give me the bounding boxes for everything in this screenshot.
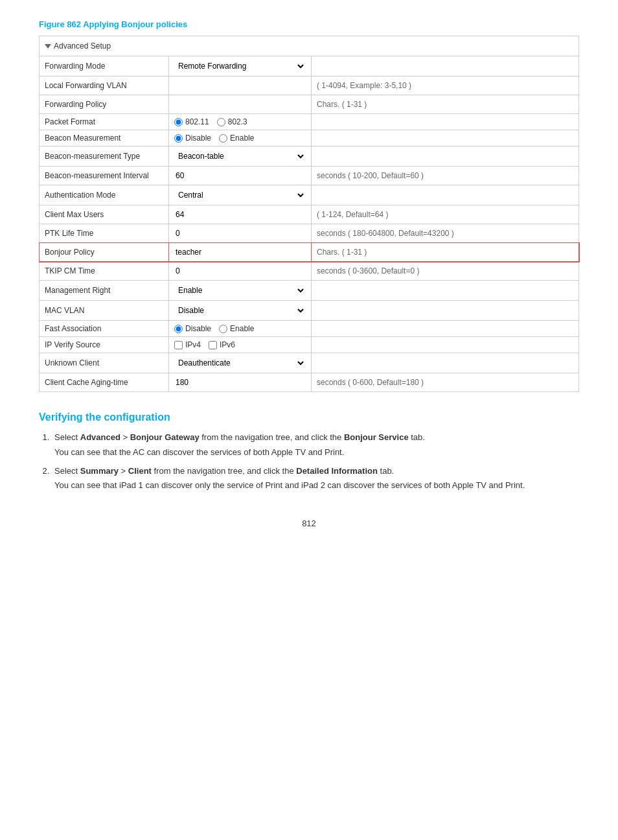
row-hint-beacon-interval: seconds ( 10-200, Default=60 ): [312, 167, 579, 185]
row-hint-beacon-type: [312, 146, 579, 167]
row-input-ptk-life[interactable]: [169, 224, 312, 243]
row-hint-local-vlan: ( 1-4094, Example: 3-5,10 ): [312, 76, 579, 95]
row-hint-unknown-client: [312, 353, 579, 373]
table-row: Local Forwarding VLAN ( 1-4094, Example:…: [40, 76, 579, 95]
table-row: Authentication Mode Central Local: [40, 185, 579, 205]
step2-text: Select Summary > Client from the navigat…: [54, 466, 394, 476]
table-row: Beacon-measurement Interval seconds ( 10…: [40, 167, 579, 185]
tkip-cm-input[interactable]: [174, 265, 306, 277]
row-hint-mgmt-right: [312, 281, 579, 301]
row-label-beacon-type: Beacon-measurement Type: [40, 146, 169, 167]
step1-bold2: Bonjour Gateway: [130, 432, 200, 442]
unknown-client-select[interactable]: Deauthenticate Allow: [174, 356, 306, 369]
beacon-interval-input[interactable]: [174, 170, 306, 181]
table-row: Fast Association Disable Enable: [40, 321, 579, 337]
table-row: Beacon-measurement Type Beacon-table Act…: [40, 146, 579, 167]
fast-assoc-enable-radio[interactable]: [219, 325, 227, 333]
step2-sub: You can see that iPad 1 can discover onl…: [54, 479, 579, 493]
row-input-forwarding-mode[interactable]: Remote Forwarding Local Forwarding: [169, 56, 312, 76]
forwarding-policy-input[interactable]: [174, 99, 306, 110]
config-table: Advanced Setup Forwarding Mode Remote Fo…: [39, 36, 579, 392]
mac-vlan-select[interactable]: Disable Enable: [174, 304, 306, 317]
table-row: Packet Format 802.11 802.3: [40, 114, 579, 130]
row-hint-fast-assoc: [312, 321, 579, 337]
row-input-beacon-type[interactable]: Beacon-table Active Passive: [169, 146, 312, 167]
ip-verify-ipv4-label[interactable]: IPv4: [174, 340, 201, 349]
verifying-step-1: Select Advanced > Bonjour Gateway from t…: [52, 431, 579, 460]
step1-bold3: Bonjour Service: [344, 432, 409, 442]
row-label-mgmt-right: Management Right: [40, 281, 169, 301]
row-label-local-vlan: Local Forwarding VLAN: [40, 76, 169, 95]
fast-assoc-disable-label[interactable]: Disable: [174, 324, 211, 333]
table-row: Client Cache Aging-time seconds ( 0-600,…: [40, 373, 579, 392]
packet-format-802-3-radio[interactable]: [217, 118, 225, 126]
row-label-ptk-life: PTK Life Time: [40, 224, 169, 243]
client-max-input[interactable]: [174, 209, 306, 220]
client-cache-input[interactable]: [174, 377, 306, 388]
step2-bold1: Summary: [80, 466, 119, 476]
packet-format-802-11-label[interactable]: 802.11: [174, 117, 209, 126]
table-row: Forwarding Policy Chars. ( 1-31 ): [40, 95, 579, 114]
verifying-section: Verifying the configuration Select Advan…: [39, 412, 579, 493]
row-input-fast-assoc[interactable]: Disable Enable: [169, 321, 312, 337]
triangle-down-icon: [45, 44, 51, 49]
row-input-packet-format[interactable]: 802.11 802.3: [169, 114, 312, 130]
beacon-measurement-radio-group[interactable]: Disable Enable: [174, 134, 306, 143]
row-label-unknown-client: Unknown Client: [40, 353, 169, 373]
row-input-client-cache[interactable]: [169, 373, 312, 392]
fast-assoc-enable-label[interactable]: Enable: [219, 324, 254, 333]
beacon-type-select[interactable]: Beacon-table Active Passive: [174, 150, 306, 163]
fast-assoc-disable-radio[interactable]: [174, 325, 183, 333]
ip-verify-ipv6-label[interactable]: IPv6: [209, 340, 235, 349]
advanced-setup-header-row: Advanced Setup: [40, 36, 579, 56]
row-input-bonjour-policy[interactable]: [169, 243, 312, 262]
row-hint-packet-format: [312, 114, 579, 130]
row-hint-forwarding-policy: Chars. ( 1-31 ): [312, 95, 579, 114]
advanced-setup-header: Advanced Setup: [45, 39, 573, 53]
fast-assoc-radio-group[interactable]: Disable Enable: [174, 324, 306, 333]
row-input-beacon-measurement[interactable]: Disable Enable: [169, 130, 312, 146]
ptk-life-input[interactable]: [174, 228, 306, 239]
row-input-ip-verify[interactable]: IPv4 IPv6: [169, 337, 312, 353]
row-hint-client-cache: seconds ( 0-600, Default=180 ): [312, 373, 579, 392]
advanced-setup-label: Advanced Setup: [54, 41, 111, 51]
table-row: Client Max Users ( 1-124, Default=64 ): [40, 205, 579, 224]
verifying-heading: Verifying the configuration: [39, 412, 579, 423]
ip-verify-checkbox-group[interactable]: IPv4 IPv6: [174, 340, 306, 349]
packet-format-802-3-label[interactable]: 802.3: [217, 117, 247, 126]
beacon-disable-label[interactable]: Disable: [174, 134, 211, 143]
beacon-enable-radio[interactable]: [219, 134, 227, 143]
local-vlan-input[interactable]: [174, 80, 306, 91]
packet-format-radio-group[interactable]: 802.11 802.3: [174, 117, 306, 126]
auth-mode-select[interactable]: Central Local: [174, 189, 306, 202]
row-label-client-cache: Client Cache Aging-time: [40, 373, 169, 392]
row-input-beacon-interval[interactable]: [169, 167, 312, 185]
row-label-client-max: Client Max Users: [40, 205, 169, 224]
row-label-beacon-measurement: Beacon Measurement: [40, 130, 169, 146]
row-input-client-max[interactable]: [169, 205, 312, 224]
step1-text: Select Advanced > Bonjour Gateway from t…: [54, 432, 425, 442]
beacon-disable-radio[interactable]: [174, 134, 183, 143]
row-label-bonjour-policy: Bonjour Policy: [40, 243, 169, 262]
packet-format-802-11-radio[interactable]: [174, 118, 183, 126]
ip-verify-ipv6-checkbox[interactable]: [209, 341, 217, 349]
table-row: MAC VLAN Disable Enable: [40, 301, 579, 321]
bonjour-policy-input[interactable]: [174, 246, 306, 258]
table-row: Forwarding Mode Remote Forwarding Local …: [40, 56, 579, 76]
row-input-mac-vlan[interactable]: Disable Enable: [169, 301, 312, 321]
row-hint-forwarding-mode: [312, 56, 579, 76]
row-input-tkip-cm[interactable]: [169, 262, 312, 281]
page-number: 812: [39, 519, 579, 528]
row-label-tkip-cm: TKIP CM Time: [40, 262, 169, 281]
row-input-mgmt-right[interactable]: Enable Disable: [169, 281, 312, 301]
ip-verify-ipv4-checkbox[interactable]: [174, 341, 183, 349]
row-input-auth-mode[interactable]: Central Local: [169, 185, 312, 205]
row-hint-tkip-cm: seconds ( 0-3600, Default=0 ): [312, 262, 579, 281]
beacon-enable-label[interactable]: Enable: [219, 134, 254, 143]
row-input-forwarding-policy[interactable]: [169, 95, 312, 114]
table-row: TKIP CM Time seconds ( 0-3600, Default=0…: [40, 262, 579, 281]
row-input-unknown-client[interactable]: Deauthenticate Allow: [169, 353, 312, 373]
forwarding-mode-select[interactable]: Remote Forwarding Local Forwarding: [174, 60, 306, 73]
mgmt-right-select[interactable]: Enable Disable: [174, 284, 306, 297]
row-input-local-vlan[interactable]: [169, 76, 312, 95]
